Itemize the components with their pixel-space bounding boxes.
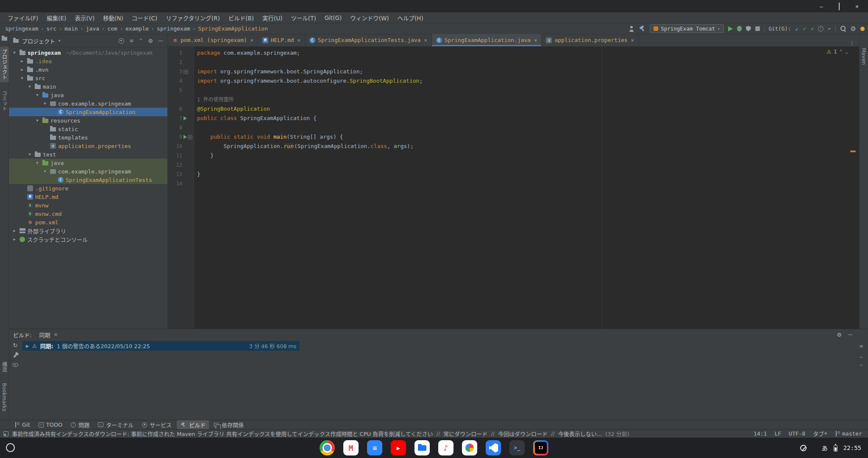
stripe-maven-button[interactable]: Maven [860, 45, 868, 67]
fold-icon[interactable]: − [188, 135, 192, 140]
status-link-dont-show[interactable]: 今後表示しない... [558, 430, 602, 438]
breadcrumb-item[interactable]: example [125, 25, 149, 32]
tree-item-gitignore[interactable]: .gitignore [9, 184, 167, 193]
terminal-app-icon[interactable]: >_ [509, 440, 525, 455]
tab-pom-xml[interactable]: m pom.xml (springexam) × [168, 34, 258, 46]
tree-item-external-libraries[interactable]: ▶ 外部ライブラリ [9, 226, 167, 235]
menu-navigate[interactable]: 移動(N) [99, 12, 128, 23]
toolwindow-services[interactable]: サービス [139, 420, 175, 429]
menu-code[interactable]: コード(C) [128, 12, 161, 23]
tree-item-package[interactable]: ▼ com.example.springexam [9, 99, 167, 108]
git-update-icon[interactable]: ↙ [795, 25, 798, 32]
chevron-down-icon[interactable]: ▼ [19, 76, 25, 80]
breadcrumb-item[interactable]: springexam [5, 25, 38, 32]
tree-item-helpmd[interactable]: M HELP.md [9, 193, 167, 201]
collapse-all-icon[interactable]: ⌃ [858, 363, 865, 370]
tab-tests-java[interactable]: C SpringExamApplicationTests.java × [305, 34, 432, 46]
stop-button[interactable] [755, 26, 760, 31]
chevron-down-icon[interactable]: ▼ [11, 50, 17, 55]
gmail-icon[interactable]: M [343, 440, 359, 455]
close-icon[interactable]: × [298, 37, 300, 43]
breadcrumb-item[interactable]: com [107, 25, 117, 32]
menu-git[interactable]: Git(G) [320, 12, 346, 23]
tree-item-mvn[interactable]: ▶ .mvn [9, 65, 167, 74]
docs-icon[interactable]: ≡ [367, 440, 382, 455]
debug-button[interactable] [737, 26, 742, 31]
git-history-icon[interactable] [818, 26, 823, 31]
youtube-icon[interactable]: ▶ [391, 440, 406, 455]
menu-refactor[interactable]: リファクタリング(R) [161, 12, 224, 23]
tree-item-main[interactable]: ▼ main [9, 82, 167, 91]
status-link-always-download[interactable]: 常にダウンロード [443, 430, 487, 438]
close-icon[interactable]: × [424, 37, 427, 43]
photos-icon[interactable] [462, 440, 477, 455]
tree-item-mvnw[interactable]: $ mvnw [9, 201, 167, 209]
chevron-down-icon[interactable]: ▼ [34, 118, 40, 123]
toolwindow-toggle-icon[interactable] [3, 431, 8, 436]
next-problem-icon[interactable]: ⌄ [845, 49, 848, 55]
chevron-down-icon[interactable]: ▼ [42, 169, 48, 173]
project-panel-title[interactable]: プロジェクト [22, 37, 55, 45]
locate-file-icon[interactable] [119, 38, 124, 44]
fold-icon[interactable]: − [184, 70, 188, 74]
build-hammer-icon[interactable] [639, 25, 645, 32]
run-class-icon[interactable] [184, 116, 187, 120]
search-icon[interactable] [840, 25, 846, 32]
project-stripe-icon[interactable] [2, 37, 7, 41]
breadcrumb-item-current[interactable]: SpringExamApplication [198, 25, 268, 32]
tree-item-src[interactable]: ▼ src [9, 74, 167, 82]
tree-item-idea[interactable]: ▶ .idea [9, 57, 167, 65]
expand-all-icon[interactable]: ⌄ [858, 353, 865, 360]
chevron-down-icon[interactable]: ▾ [58, 39, 61, 43]
chevron-down-icon[interactable]: ▼ [42, 101, 48, 106]
toolwindow-terminal[interactable]: >_ターミナル [95, 420, 137, 429]
soft-wrap-icon[interactable]: ≡ [858, 343, 865, 349]
tree-item-springexamapplicationtests[interactable]: C SpringExamApplicationTests [9, 176, 167, 184]
chrome-icon[interactable] [320, 440, 335, 455]
run-button[interactable] [728, 26, 733, 31]
stripe-commit-button[interactable]: コミット [0, 88, 9, 114]
tree-item-springexamapplication[interactable]: C SpringExamApplication [9, 108, 167, 116]
update-indicator-icon[interactable] [860, 27, 865, 31]
tree-item-test-java[interactable]: ▼ java [9, 159, 167, 167]
chevron-down-icon[interactable]: ▼ [27, 84, 33, 89]
tab-springexamapplication-java[interactable]: C SpringExamApplication.java × [432, 34, 542, 46]
editor-body[interactable]: 1 2 3− 4 5 6 7 8 9− 10 11 12 [168, 47, 859, 329]
close-icon[interactable]: × [53, 332, 58, 338]
tab-help-md[interactable]: M HELP.md × [258, 34, 305, 46]
tree-item-test-package[interactable]: ▼ com.example.springexam [9, 167, 167, 176]
hide-panel-icon[interactable]: — [158, 38, 163, 44]
breadcrumb-item[interactable]: java [86, 25, 99, 32]
usage-hint[interactable]: 1 件の使用箇所 [197, 95, 859, 104]
run-main-icon[interactable] [184, 135, 187, 139]
indent-indicator[interactable]: タブ* [813, 430, 827, 438]
menu-file[interactable]: ファイル(F) [3, 12, 42, 23]
music-icon[interactable]: ♪ [438, 440, 453, 455]
tree-item-scratches[interactable]: ▶ スクラッチとコンソール [9, 235, 167, 243]
pin-icon[interactable] [13, 354, 17, 358]
intellij-icon[interactable]: IJ [533, 440, 548, 455]
tree-item-mvnw-cmd[interactable]: $ mvnw.cmd [9, 209, 167, 218]
code-with-me-icon[interactable] [629, 26, 635, 32]
caret-position[interactable]: 14:1 [754, 430, 767, 437]
hidden-tabs-icon[interactable]: ⋮ [845, 40, 859, 46]
tree-item-resources[interactable]: ▼ resources [9, 116, 167, 125]
breadcrumb-item[interactable]: src [47, 25, 56, 32]
git-branch-indicator[interactable]: master [835, 430, 862, 437]
menu-help[interactable]: ヘルプ(H) [393, 12, 428, 23]
tree-item-pom-xml[interactable]: m pom.xml [9, 218, 167, 226]
chevron-right-icon[interactable]: ▶ [26, 344, 29, 348]
maximize-button[interactable] [836, 3, 843, 10]
menu-edit[interactable]: 編集(E) [42, 12, 70, 23]
close-icon[interactable]: × [250, 37, 253, 43]
vscode-icon[interactable] [486, 440, 501, 455]
hide-panel-icon[interactable]: — [848, 332, 853, 338]
menu-window[interactable]: ウィンドウ(W) [346, 12, 393, 23]
eye-icon[interactable] [12, 363, 18, 367]
stripe-bookmarks-button[interactable]: Bookmarks [0, 380, 8, 414]
chevron-right-icon[interactable]: ▶ [11, 237, 17, 241]
git-commit-icon[interactable]: ✓ [803, 25, 806, 32]
gear-icon[interactable]: ⚙ [837, 332, 842, 338]
tree-item-application-properties[interactable]: ≡ application.properties [9, 142, 167, 150]
toolwindow-build[interactable]: ビルド [177, 420, 209, 429]
